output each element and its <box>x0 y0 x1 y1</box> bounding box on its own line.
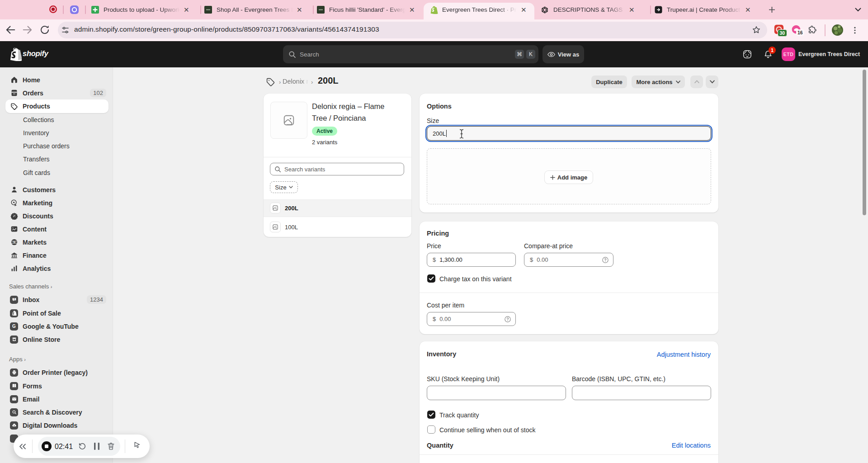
svg-text:S: S <box>13 298 14 300</box>
